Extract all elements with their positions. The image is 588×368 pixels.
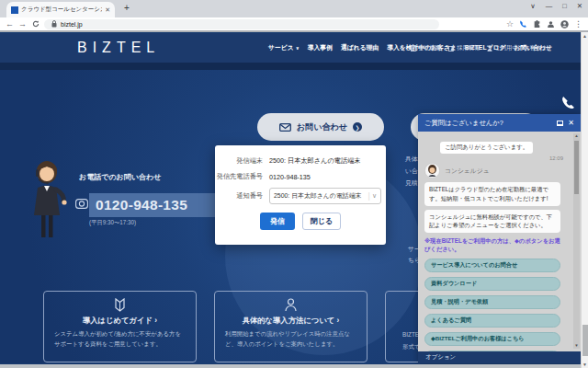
nav-item-services[interactable]: サービス∨ [268,43,300,52]
chat-menu-faq[interactable]: よくあるご質問 [424,314,560,328]
notify-number-select[interactable]: 2500: 日本太郎さんの電話端末 | ∨ [269,188,381,204]
chat-message: コンシェルジュに無料相談が可能ですので、下記よりご希望のメニューをご選択ください… [424,210,560,234]
contact-pill-button[interactable]: お問い合わせ ❯ [257,113,384,141]
tab-close-icon[interactable]: ✕ [105,6,110,14]
edit-icon [448,45,455,52]
utility-links: 会社概要 採用情報 ご利用中のお客さま [411,33,548,63]
chevron-down-icon: ∨ [296,45,300,51]
window-close-icon[interactable]: ✕ [577,2,582,10]
phone-number: 0120-948-135 [89,193,218,217]
chevron-down-icon: ∨ [372,192,377,200]
call-dialog: 発信端末 2500: 日本太郎さんの電話端末 発信先電話番号 0120-948-… [215,145,386,245]
phone-extension-icon[interactable] [519,20,527,29]
chat-notice: ※現在BIZTELをご利用中の方は、◆のボタンをお選びください。 [424,236,560,254]
deployment-method-card[interactable]: 具体的な導入方法について › 利用開始までの流れやリプレイス時の注意点など、導入… [214,291,368,362]
scroll-down-icon[interactable]: ▼ [582,362,588,367]
person-outline-icon [285,298,297,312]
calling-terminal-label: 発信端末 [215,156,263,166]
page-scroll-thumb[interactable] [582,325,588,356]
utility-current-customers[interactable]: ご利用中のお客さま [487,44,547,52]
nav-item-case-studies[interactable]: 導入事例 [308,43,333,52]
notify-number-value: 2500: 日本太郎さんの電話端末 [274,191,367,201]
browser-tabstrip: クラウド型コールセンターシステム-BIZ ✕ + ∨ — □ ✕ [0,0,588,17]
person-icon [487,45,492,52]
calling-terminal-value: 2500: 日本太郎さんの電話端末 [269,156,361,166]
window-minimize-icon[interactable]: — [546,2,553,10]
browser-tab[interactable]: クラウド型コールセンターシステム-BIZ ✕ [6,2,115,17]
favicon [11,6,18,14]
chat-close-icon[interactable]: ✕ [568,119,574,127]
arrow-right-icon: ❯ [353,122,362,132]
reload-icon[interactable] [31,20,40,29]
destination-number-label: 発信先電話番号 [215,172,263,181]
chat-menu-quote-demo[interactable]: 見積・説明・デモ依頼 [424,295,560,309]
chat-minimize-icon[interactable] [557,121,563,126]
url-field[interactable]: biztel.jp [44,19,439,29]
destination-number-value: 0120-948-135 [269,173,311,181]
forward-icon[interactable]: → [18,20,27,29]
call-button[interactable]: 発信 [260,213,295,230]
url-text: biztel.jp [61,21,83,28]
phone-hours: (平日9:30〜17:30) [89,219,136,227]
chat-timestamp: 12:09 [424,155,563,161]
envelope-icon [279,123,291,132]
scroll-up-icon[interactable]: ▲ [582,33,588,39]
tab-search-icon[interactable]: ∨ [530,2,536,10]
concierge-avatar [424,163,440,178]
chat-header[interactable]: ご質問はございませんか? ✕ [418,114,581,132]
chat-widget: ご質問はございませんか? ✕ ご訪問ありがとうございます。 12:09 コンシェ… [418,114,581,363]
site-header: BIZTEL サービス∨ 導入事例 選ばれる理由 導入を検討中のお客さま BIZ… [0,33,581,63]
chat-scrollbar[interactable]: ▲ ▼ [573,133,580,349]
freedial-icon [75,199,88,209]
biztel-logo[interactable]: BIZTEL [77,40,160,56]
close-dialog-button[interactable]: 閉じる [302,213,341,230]
quote-desc-fragment: 具体 [405,155,418,164]
scroll-down-icon[interactable]: ▼ [573,343,580,349]
profile-icon[interactable] [547,20,555,29]
building-icon [411,45,416,52]
header-sub-bar [0,63,581,70]
chat-menu-service-inquiry[interactable]: サービス導入についてのお問合せ [424,259,560,272]
chat-menu-in-negotiation[interactable]: 商談中のお客様 [424,351,560,351]
chat-greeting-bubble: ご訪問ありがとうございます。 [440,142,533,154]
phone-number-strip: 0120-948-135 [89,193,218,217]
page-scrollbar[interactable]: ▲ ▼ [581,32,588,368]
card-body: システム導入が初めて/進め方に不安がある方をサポートする資料をご用意しています。 [54,329,186,350]
tab-title: クラウド型コールセンターシステム-BIZ [21,6,102,14]
agent-name: コンシェルジュ [445,167,490,176]
quote-desc-fragment: い合 [405,167,418,176]
back-icon[interactable]: ← [6,20,14,29]
beginner-guide-card[interactable]: 導入はじめてガイド › システム導入が初めて/進め方に不安がある方をサポートする… [43,291,197,362]
contact-pill-label: お問い合わせ [297,121,347,133]
utility-company[interactable]: 会社概要 [411,44,441,52]
chat-menu-download[interactable]: 資料ダウンロード [424,277,560,291]
chat-title: ご質問はございませんか? [424,119,552,128]
chat-footer[interactable]: オプション [418,351,581,363]
operator-illustration [20,158,74,243]
select-divider: | [368,191,370,201]
card-title: 導入はじめてガイド › [44,316,196,326]
browser-addressbar: ← → biztel.jp ☆ ⋮ [0,17,588,32]
extensions-icon[interactable] [533,20,541,29]
chat-scroll-thumb[interactable] [574,141,579,194]
page: BIZTEL サービス∨ 導入事例 選ばれる理由 導入を検討中のお客さま BIZ… [0,32,581,368]
chat-options-label: オプション [425,353,456,362]
chat-body: ご訪問ありがとうございます。 12:09 コンシェルジュ BIZTELはクラウド… [418,132,581,351]
browser-menu-icon[interactable]: ⋮ [574,20,582,29]
card-body: 利用開始までの流れやリプレイス時の注意点など、導入のポイントをご案内いたします。 [225,329,356,350]
floating-phone-icon[interactable] [560,96,576,111]
scroll-up-icon[interactable]: ▲ [573,133,580,139]
new-tab-button[interactable]: + [124,3,130,13]
window-bottom-edge [0,364,581,368]
chat-menu-current-users[interactable]: ◆BIZTELご利用中のお客様はこちら [424,332,560,346]
bookmark-star-icon[interactable]: ☆ [506,20,514,29]
lock-icon [50,20,58,29]
avatar[interactable] [560,20,569,29]
chat-message: BIZTELはクラウド型のため在宅勤務に最適です。短納期・低コストでご利用いただ… [424,182,560,206]
nav-item-why-chosen[interactable]: 選ばれる理由 [341,43,379,52]
beginner-mark-icon [115,298,125,312]
notify-number-label: 通知番号 [215,191,263,201]
utility-recruit[interactable]: 採用情報 [448,44,480,52]
phone-contact-label: お電話でのお問い合わせ [79,172,161,182]
window-maximize-icon[interactable]: □ [562,2,567,10]
